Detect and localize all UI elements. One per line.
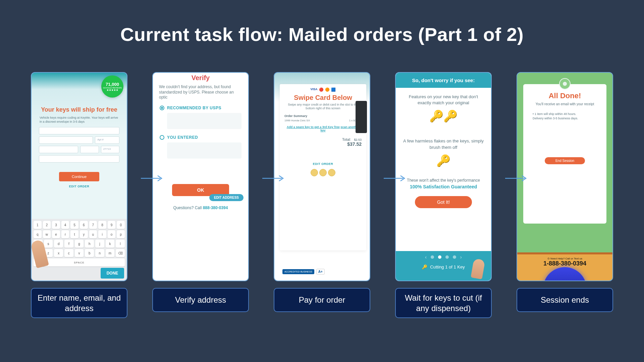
key[interactable]: x (54, 249, 63, 257)
card-reader-icon (356, 101, 367, 133)
name-field[interactable] (39, 127, 119, 134)
keyboard-done-button[interactable]: DONE (101, 268, 124, 279)
visa-icon: VISA (310, 87, 317, 92)
page-title: Current task flow: Mailed orders (Part 1… (0, 0, 644, 45)
caption-4: Wait for keys to cut (if any dispensed) (395, 288, 492, 318)
key[interactable]: f (64, 240, 73, 248)
key[interactable]: t (70, 230, 78, 238)
key[interactable]: p (117, 230, 125, 238)
key[interactable]: r (61, 230, 69, 238)
section-3: These won't affect the key's performance… (396, 177, 491, 214)
satisfaction-text: 100% Satisfaction Guaranteed (403, 184, 484, 189)
key[interactable]: l (116, 240, 125, 248)
key[interactable]: k (106, 240, 115, 248)
key[interactable]: i (98, 230, 106, 238)
screenshot-enter-info: 71,000 GOOGLE REVIEWS ★★★★★ Your keys wi… (31, 72, 127, 281)
screenshot-done: All Done! You'll receive an email with y… (517, 72, 613, 281)
chevron-right-icon[interactable]: › (460, 254, 462, 260)
info-text: A few harmless flakes on the keys, simpl… (403, 138, 484, 150)
key[interactable]: v (75, 249, 84, 257)
key[interactable]: g (75, 240, 84, 248)
trust-badges (284, 169, 362, 176)
discover-icon: 🟠 (325, 87, 330, 92)
backspace-key[interactable]: ⌫ (116, 249, 125, 257)
perf-text: These won't affect the key's performance (403, 178, 484, 183)
key[interactable]: w (43, 230, 51, 238)
page-dot[interactable] (431, 255, 434, 259)
page-dot[interactable] (453, 255, 456, 259)
edit-order-link[interactable]: EDIT ORDER (32, 185, 127, 188)
key[interactable]: j (95, 240, 104, 248)
questions-text: Questions? Call 888-380-0394 (153, 205, 248, 210)
done-title: All Done! (529, 92, 600, 100)
key[interactable]: d (54, 240, 63, 248)
key[interactable]: 7 (89, 221, 97, 229)
edit-order-link[interactable]: EDIT ORDER (284, 162, 362, 166)
zip-field[interactable]: 27713 (101, 146, 119, 153)
step-3: VISA🔴🟠🟦 Swipe Card Below Swipe any major… (274, 72, 370, 312)
pager: ‹ › 🔑Cutting 1 of 1 Key (396, 251, 491, 281)
swipe-title: Swipe Card Below (284, 94, 362, 102)
chevron-left-icon[interactable]: ‹ (425, 254, 427, 260)
key[interactable]: 3 (52, 221, 60, 229)
option-usps[interactable]: RECOMMENDED BY USPS (160, 106, 241, 110)
key[interactable]: b (85, 249, 94, 257)
email-field[interactable] (39, 155, 119, 163)
got-it-button[interactable]: Got It! (415, 196, 472, 208)
verify-message: We couldn't find your address, but found… (153, 82, 248, 100)
street-field[interactable] (39, 136, 93, 144)
caption-3: Pay for order (274, 288, 370, 312)
key[interactable]: n (95, 249, 104, 257)
city-field[interactable] (39, 146, 78, 153)
help-bar: ⊙ Need Help? Call or Text us 1-888-380-0… (517, 252, 612, 281)
key[interactable]: y (80, 230, 88, 238)
screenshot-verify-address: Verify We couldn't find your address, bu… (152, 72, 249, 281)
order-line: 1999 Honda Civic SX1 x $34.99 (284, 119, 362, 122)
total-amount: $37.52 (347, 141, 362, 147)
key[interactable]: 1 (34, 221, 42, 229)
key[interactable]: m (106, 249, 115, 257)
key[interactable]: c (64, 249, 73, 257)
total-row: Total: $2.53$37.52 (284, 137, 362, 147)
bullet-1: • 1 item will ship within 48 hours. (529, 112, 600, 116)
page-dot[interactable] (438, 255, 441, 259)
key[interactable]: 8 (98, 221, 106, 229)
continue-button[interactable]: Continue (59, 172, 99, 181)
wait-header: So, don't worry if you see: (396, 73, 491, 88)
key[interactable]: u (89, 230, 97, 238)
amex-icon: 🟦 (331, 87, 336, 92)
address-form: Apt # 27713 (32, 124, 127, 168)
key[interactable]: 4 (61, 221, 69, 229)
swipe-sub: Swipe any major credit or debit card in … (288, 103, 358, 110)
section-2: A few harmless flakes on the keys, simpl… (396, 132, 491, 176)
state-field[interactable] (80, 146, 99, 153)
key[interactable]: h (85, 240, 94, 248)
key[interactable]: s (44, 240, 53, 248)
caption-5: Session ends (517, 288, 613, 312)
page-dot[interactable] (445, 255, 449, 259)
done-panel: All Done! You'll receive an email with y… (523, 84, 606, 224)
key[interactable]: 2 (43, 221, 51, 229)
option-usps-label: RECOMMENDED BY USPS (167, 106, 221, 110)
key[interactable]: 0 (117, 221, 125, 229)
spare-key-promo: Add a spare key to get a 3rd Key free sc… (284, 125, 362, 132)
option-entered[interactable]: YOU ENTERED (160, 135, 241, 140)
arrow-icon (505, 174, 529, 182)
arrow-icon (262, 174, 286, 182)
key[interactable]: 5 (70, 221, 78, 229)
apt-field[interactable]: Apt # (95, 136, 119, 144)
key[interactable]: e (52, 230, 60, 238)
mastercard-icon: 🔴 (319, 87, 324, 92)
key-icon: 🔑 (422, 264, 427, 269)
edit-address-button[interactable]: EDIT ADDRESS (209, 194, 244, 201)
arrow-icon (384, 174, 407, 182)
key[interactable]: 6 (80, 221, 88, 229)
end-session-button[interactable]: End Session (545, 157, 585, 164)
step-2: Verify We couldn't find your address, bu… (152, 72, 249, 312)
key[interactable]: o (108, 230, 116, 238)
finger-illustration (471, 258, 485, 279)
help-text: ⊙ Need Help? Call or Text us (543, 257, 586, 260)
key[interactable]: 9 (108, 221, 116, 229)
card-logos: VISA🔴🟠🟦 (284, 87, 362, 92)
key[interactable]: q (34, 230, 42, 238)
